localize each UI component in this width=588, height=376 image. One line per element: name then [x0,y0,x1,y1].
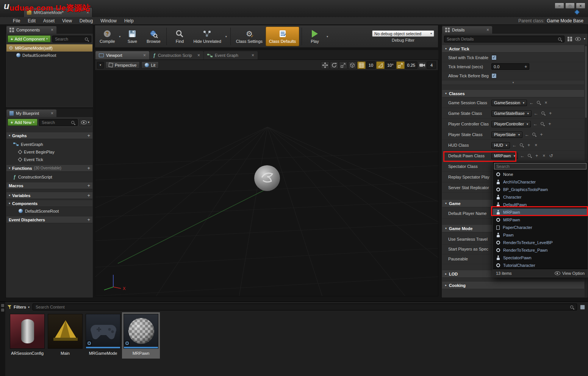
asset-tile-arsessionconfig[interactable]: ARSessionConfig [8,312,46,359]
tick-interval-field[interactable]: ◆ [491,63,529,70]
class-option-defaultpawn[interactable]: DefaultPawn [493,201,588,208]
class-option-character[interactable]: Character [493,193,588,201]
class-option-spectatorpawn[interactable]: SpectatorPawn [493,254,588,262]
clear-icon[interactable]: × [543,100,549,105]
use-selected-icon[interactable]: ← [512,143,517,147]
use-selected-icon[interactable]: ← [524,132,530,137]
event-begin-play-item[interactable]: Event BeginPlay [6,148,92,155]
my-blueprint-tab[interactable]: My Blueprint × [6,110,56,117]
filters-button[interactable]: Filters ▾ [8,305,30,309]
class-option-rendertotexture-pawn[interactable]: RenderToTexture_Pawn [493,246,588,254]
compile-options-icon[interactable]: ▾ [118,27,122,46]
details-close-icon[interactable]: × [486,28,489,32]
class-option-bp-graphicstoolspawn[interactable]: BP_GraphicsToolsPawn [493,186,588,193]
minimize-button[interactable]: – [555,3,564,9]
reset-icon[interactable]: ↺ [549,154,554,158]
game-state-class-dropdown[interactable]: GameStateBase▾ [491,110,532,117]
use-selected-icon[interactable]: ← [533,122,538,126]
tab-close-icon[interactable]: × [252,53,254,58]
tab-event-graph[interactable]: Event Graph × [204,51,258,60]
add-icon[interactable]: + [539,132,544,137]
class-option-mrpawn-selected[interactable]: MRPawn [493,208,588,216]
dock-icon[interactable] [1,309,4,312]
add-new-button[interactable]: + Add New ▾ [8,119,38,126]
class-settings-button[interactable]: ⚙ ✓ Class Settings [233,27,266,46]
tab-close-icon[interactable]: × [197,53,200,58]
hud-class-dropdown[interactable]: HUD▾ [491,142,510,149]
my-blueprint-close-icon[interactable]: × [51,111,53,116]
perspective-button[interactable]: Perspective [105,61,140,69]
add-graph-icon[interactable]: + [87,133,90,138]
variables-components-category[interactable]: ▾ Components [6,200,92,207]
variables-section-header[interactable]: ▾ Variables + [6,192,92,199]
compile-button[interactable]: ? Compile [97,27,118,46]
maximize-button[interactable]: □ [565,3,575,9]
add-function-icon[interactable]: + [87,166,90,171]
camera-speed-icon[interactable] [418,61,426,69]
class-option-none[interactable]: None [493,171,588,178]
display-filter-eye-icon[interactable] [575,37,581,41]
class-option-pawn[interactable]: Pawn [493,231,588,239]
asset-tile-mrpawn[interactable]: MRPawn [122,312,160,359]
tab-construction-script[interactable]: ƒ Construction Scrip × [150,51,203,60]
default-pawn-preview-sphere[interactable] [254,165,280,191]
rotation-snap-value[interactable]: 10° [385,61,396,69]
scale-tool-icon[interactable] [339,61,347,69]
my-blueprint-search-input[interactable] [42,120,70,125]
hide-unrelated-button[interactable]: Hide Unrelated [190,27,224,46]
tab-viewport[interactable]: Viewport × [95,51,149,60]
checkbox-checked[interactable]: ✓ [491,55,497,60]
chevron-down-icon[interactable]: ▾ [584,37,585,41]
browse-icon[interactable] [540,122,545,126]
graphs-section-header[interactable]: ▾ Graphs + [6,132,92,139]
grid-snap-icon[interactable] [357,61,366,69]
browse-icon[interactable] [527,154,532,158]
event-dispatchers-section-header[interactable]: Event Dispatchers + [6,216,92,223]
class-option-papercharacter[interactable]: PaperCharacter [493,224,588,231]
class-option-tutorialcharacter[interactable]: TutorialCharacter [493,262,588,269]
dock-icon[interactable] [1,304,4,307]
checkbox-checked[interactable]: ✓ [491,73,497,78]
property-matrix-icon[interactable] [568,37,572,41]
use-selected-icon[interactable]: ← [533,111,539,116]
component-item-scene-root[interactable]: DefaultSceneRoot [6,52,92,59]
play-options-icon[interactable]: ▾ [325,27,329,46]
add-icon[interactable]: + [547,122,552,126]
menu-file[interactable]: File [9,18,24,24]
scale-snap-icon[interactable] [396,61,405,69]
hide-unrelated-options-icon[interactable]: ▾ [224,27,228,46]
menu-edit[interactable]: Edit [24,18,39,24]
viewport-options-button[interactable]: ▾ [97,62,104,69]
browse-icon[interactable] [541,111,546,116]
player-state-class-dropdown[interactable]: PlayerState▾ [491,132,522,138]
browse-icon[interactable] [519,143,524,147]
rotate-tool-icon[interactable] [330,61,338,69]
variable-scene-root-item[interactable]: DefaultSceneRoot [6,207,92,215]
class-option-rendertotexture-levelbp[interactable]: RenderToTexture_LevelBP [493,239,588,246]
lit-mode-button[interactable]: Lit [141,61,159,69]
close-button[interactable]: × [576,3,585,9]
section-classes[interactable]: ▾ Classes [442,89,584,97]
add-icon[interactable]: + [534,154,540,158]
clear-icon[interactable]: × [541,154,547,158]
browse-icon[interactable] [532,132,537,137]
find-button[interactable]: Find [169,27,190,46]
details-search-input[interactable] [447,37,557,41]
components-search-input[interactable] [55,37,83,41]
rotation-snap-icon[interactable] [376,61,385,69]
section-cooking[interactable]: ▸ Cooking [442,281,584,289]
components-tab[interactable]: Components × [6,26,56,34]
class-option-archvischaracter[interactable]: ArchVisCharacter [493,178,588,186]
camera-speed-value[interactable]: 4 [427,61,436,69]
player-controller-class-dropdown[interactable]: PlayerController▾ [491,121,531,127]
functions-section-header[interactable]: ▾ Functions (30 Overridable) + [6,164,92,172]
advanced-expander[interactable]: ▾ [442,80,584,85]
world-coordinate-icon[interactable] [348,61,357,69]
menu-view[interactable]: View [58,18,76,24]
use-selected-icon[interactable]: ← [529,100,534,105]
add-dispatcher-icon[interactable]: + [87,217,90,222]
browse-icon[interactable] [536,100,541,105]
grid-snap-value[interactable]: 10 [366,61,375,69]
class-option-mrpawn-bp[interactable]: MRPawn [493,216,588,224]
save-all-icon[interactable] [580,305,585,310]
